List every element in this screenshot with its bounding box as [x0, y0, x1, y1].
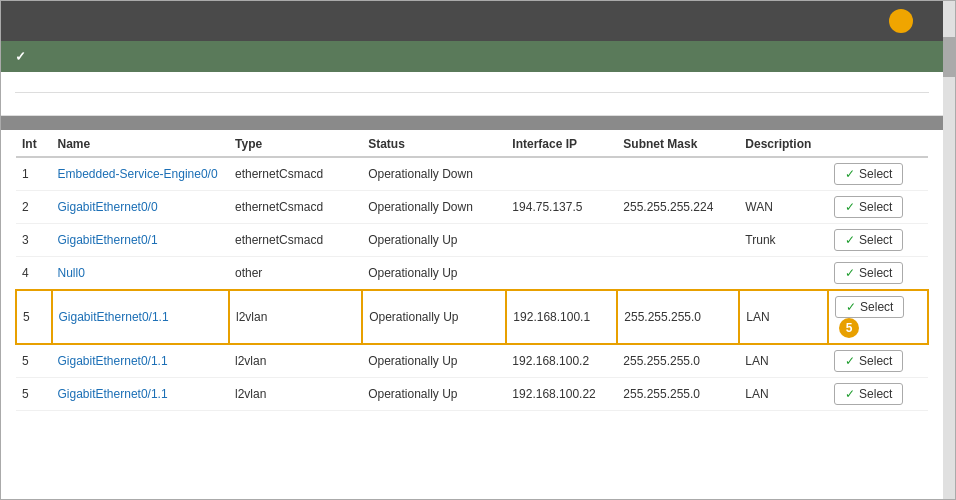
select-label: Select	[859, 266, 892, 280]
cell-mask	[617, 157, 739, 191]
table-row: 2GigabitEthernet0/0ethernetCsmacdOperati…	[16, 191, 928, 224]
cell-mask: 255.255.255.224	[617, 191, 739, 224]
cell-status: Operationally Down	[362, 191, 506, 224]
select-label: Select	[859, 387, 892, 401]
select-label: Select	[859, 200, 892, 214]
table-row: 5GigabitEthernet0/1.1l2vlanOperationally…	[16, 290, 928, 344]
cell-status: Operationally Up	[362, 290, 506, 344]
check-icon: ✓	[845, 266, 855, 280]
cell-action: ✓Select	[828, 224, 928, 257]
col-header-mask: Subnet Mask	[617, 130, 739, 157]
cell-action: ✓Select	[828, 257, 928, 291]
scrollbar-thumb[interactable]	[943, 37, 955, 77]
cell-name[interactable]: GigabitEthernet0/1.1	[52, 378, 230, 411]
interface-table: Int Name Type Status Interface IP Subnet…	[15, 130, 929, 411]
cell-name[interactable]: GigabitEthernet0/1.1	[52, 344, 230, 378]
cell-ip: 192.168.100.2	[506, 344, 617, 378]
select-label: Select	[860, 300, 893, 314]
cell-action: ✓Select	[828, 378, 928, 411]
cell-mask	[617, 224, 739, 257]
success-banner: ✓	[1, 41, 943, 72]
cell-name[interactable]: Null0	[52, 257, 230, 291]
check-icon: ✓	[845, 167, 855, 181]
cell-status: Operationally Up	[362, 378, 506, 411]
check-icon: ✓	[845, 387, 855, 401]
close-button[interactable]	[919, 9, 943, 33]
cell-status: Operationally Up	[362, 224, 506, 257]
cell-action: ✓Select	[828, 191, 928, 224]
select-button[interactable]: ✓Select	[834, 350, 903, 372]
select-button[interactable]: ✓Select	[835, 296, 904, 318]
cell-type: l2vlan	[229, 290, 362, 344]
check-icon: ✓	[845, 233, 855, 247]
device-info-section	[1, 72, 943, 116]
cell-action: ✓Select	[828, 157, 928, 191]
table-row: 3GigabitEthernet0/1ethernetCsmacdOperati…	[16, 224, 928, 257]
cell-name[interactable]: GigabitEthernet0/1	[52, 224, 230, 257]
table-header-row: Int Name Type Status Interface IP Subnet…	[16, 130, 928, 157]
table-row: 1Embedded-Service-Engine0/0ethernetCsmac…	[16, 157, 928, 191]
cell-int: 5	[16, 290, 52, 344]
cell-status: Operationally Up	[362, 257, 506, 291]
cell-ip	[506, 257, 617, 291]
col-header-status: Status	[362, 130, 506, 157]
title-bar	[1, 1, 955, 41]
content: ✓	[1, 41, 955, 499]
cell-int: 3	[16, 224, 52, 257]
col-header-type: Type	[229, 130, 362, 157]
scrollbar-track	[943, 1, 955, 499]
col-header-desc: Description	[739, 130, 828, 157]
cell-status: Operationally Up	[362, 344, 506, 378]
cell-ip	[506, 224, 617, 257]
cell-ip: 192.168.100.22	[506, 378, 617, 411]
check-icon: ✓	[15, 49, 26, 64]
cell-mask	[617, 257, 739, 291]
select-button[interactable]: ✓Select	[834, 383, 903, 405]
cell-status: Operationally Down	[362, 157, 506, 191]
select-button[interactable]: ✓Select	[834, 262, 903, 284]
table-container: Int Name Type Status Interface IP Subnet…	[1, 130, 943, 499]
info-grid	[15, 82, 929, 84]
cell-type: other	[229, 257, 362, 291]
cell-desc	[739, 257, 828, 291]
cell-name[interactable]: GigabitEthernet0/0	[52, 191, 230, 224]
cell-int: 5	[16, 378, 52, 411]
check-icon: ✓	[845, 200, 855, 214]
help-button[interactable]	[889, 9, 913, 33]
cell-desc: LAN	[739, 378, 828, 411]
cell-type: l2vlan	[229, 344, 362, 378]
dialog: ✓	[0, 0, 956, 500]
table-row: 4Null0otherOperationally Up✓Select	[16, 257, 928, 291]
check-icon: ✓	[846, 300, 856, 314]
col-header-int: Int	[16, 130, 52, 157]
section-header	[1, 116, 943, 130]
cell-int: 5	[16, 344, 52, 378]
cell-type: ethernetCsmacd	[229, 224, 362, 257]
select-label: Select	[859, 233, 892, 247]
cell-type: l2vlan	[229, 378, 362, 411]
table-row: 5GigabitEthernet0/1.1l2vlanOperationally…	[16, 344, 928, 378]
title-bar-right	[889, 9, 943, 33]
cell-desc: Trunk	[739, 224, 828, 257]
select-button[interactable]: ✓Select	[834, 163, 903, 185]
cell-mask: 255.255.255.0	[617, 290, 739, 344]
select-button[interactable]: ✓Select	[834, 196, 903, 218]
select-label: Select	[859, 354, 892, 368]
cell-name[interactable]: GigabitEthernet0/1.1	[52, 290, 230, 344]
cell-type: ethernetCsmacd	[229, 157, 362, 191]
cell-ip	[506, 157, 617, 191]
table-row: 5GigabitEthernet0/1.1l2vlanOperationally…	[16, 378, 928, 411]
cell-int: 2	[16, 191, 52, 224]
col-header-ip: Interface IP	[506, 130, 617, 157]
cell-desc: LAN	[739, 344, 828, 378]
cell-action: ✓Select5	[828, 290, 928, 344]
cell-mask: 255.255.255.0	[617, 378, 739, 411]
check-icon: ✓	[845, 354, 855, 368]
cell-int: 4	[16, 257, 52, 291]
select-button[interactable]: ✓Select	[834, 229, 903, 251]
cell-name[interactable]: Embedded-Service-Engine0/0	[52, 157, 230, 191]
cell-ip: 192.168.100.1	[506, 290, 617, 344]
col-header-name: Name	[52, 130, 230, 157]
cell-mask: 255.255.255.0	[617, 344, 739, 378]
cell-ip: 194.75.137.5	[506, 191, 617, 224]
